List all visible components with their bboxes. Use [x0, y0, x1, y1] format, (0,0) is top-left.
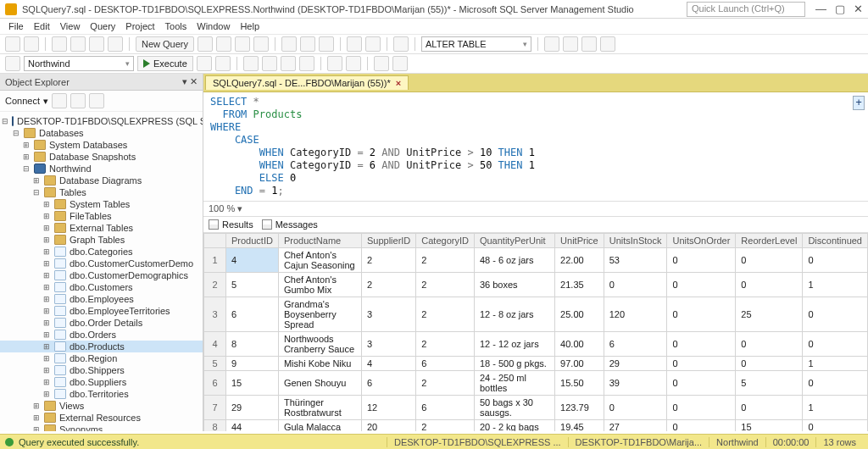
- table-row[interactable]: 59Mishi Kobe Niku4618 - 500 g pkgs.97.00…: [204, 357, 868, 371]
- parse-button[interactable]: [215, 56, 231, 71]
- folders-button[interactable]: [216, 36, 231, 52]
- stop-conn-icon[interactable]: [89, 93, 104, 108]
- restore-icon[interactable]: ▢: [835, 3, 845, 15]
- editor-tab[interactable]: SQLQuery7.sql - DE...FBDO\Marijan (55))*…: [205, 75, 409, 90]
- menu-help[interactable]: Help: [240, 21, 259, 31]
- pin-icon[interactable]: ▾: [182, 76, 187, 86]
- tree-tables[interactable]: ⊟Tables: [0, 186, 203, 198]
- tree-orddetails[interactable]: ⊞dbo.Order Details: [0, 317, 203, 329]
- tree-synonyms[interactable]: ⊞Synonyms: [0, 424, 203, 431]
- find-button[interactable]: [393, 36, 409, 52]
- sql-editor[interactable]: + SELECT * FROM Products WHERE CASE WHEN…: [203, 92, 868, 201]
- table-row[interactable]: 25Chef Anton's Gumbo Mix2236 boxes21.350…: [204, 273, 868, 297]
- menu-file[interactable]: File: [8, 21, 24, 31]
- table-row[interactable]: 615Genen Shouyu6224 - 250 ml bottles15.5…: [204, 371, 868, 396]
- col-header[interactable]: Discontinued: [803, 234, 868, 248]
- tree-snapshots[interactable]: ⊞Database Snapshots: [0, 151, 203, 163]
- tool-icon-1[interactable]: [544, 36, 559, 52]
- col-header[interactable]: SupplierID: [361, 234, 415, 248]
- tool-icon-3[interactable]: [581, 36, 597, 52]
- table-row[interactable]: 36Grandma's Boysenberry Spread3212 - 8 o…: [204, 297, 868, 332]
- result-file-button[interactable]: [299, 56, 314, 71]
- tree-orders[interactable]: ⊞dbo.Orders: [0, 329, 203, 341]
- tree-emterr[interactable]: ⊞dbo.EmployeeTerritories: [0, 305, 203, 317]
- outdent-button[interactable]: [392, 56, 408, 71]
- undo-button[interactable]: [347, 36, 362, 52]
- copy-button[interactable]: [300, 36, 315, 52]
- results-grid[interactable]: ProductIDProductNameSupplierIDCategoryID…: [203, 233, 868, 431]
- nav-fwd-button[interactable]: [24, 36, 39, 52]
- tree-employees[interactable]: ⊞dbo.Employees: [0, 293, 203, 305]
- tree-cdemo[interactable]: ⊞dbo.CustomerDemographics: [0, 269, 203, 281]
- col-header[interactable]: UnitPrice: [555, 234, 604, 248]
- messages-tab[interactable]: Messages: [262, 219, 318, 230]
- tree-filetables[interactable]: ⊞FileTables: [0, 210, 203, 222]
- tree-extres[interactable]: ⊞External Resources: [0, 412, 203, 424]
- tree-region[interactable]: ⊞dbo.Region: [0, 352, 203, 364]
- tree-products[interactable]: ⊞dbo.Products: [0, 341, 203, 352]
- tree-northwind[interactable]: ⊟Northwind: [0, 163, 203, 175]
- split-pane-icon[interactable]: +: [853, 96, 865, 110]
- table-row[interactable]: 729Thüringer Rostbratwurst12650 bags x 3…: [204, 396, 868, 420]
- sql-combo[interactable]: ALTER TABLE▾: [421, 36, 531, 52]
- db-btn-2[interactable]: [253, 36, 269, 52]
- tree-customers[interactable]: ⊞dbo.Customers: [0, 281, 203, 293]
- uncomment-button[interactable]: [346, 56, 361, 71]
- tree-shippers[interactable]: ⊞dbo.Shippers: [0, 364, 203, 376]
- col-header[interactable]: ReorderLevel: [736, 234, 803, 248]
- tree-suppliers[interactable]: ⊞dbo.Suppliers: [0, 376, 203, 388]
- col-header[interactable]: ProductID: [226, 234, 279, 248]
- tree-territories[interactable]: ⊞dbo.Territories: [0, 388, 203, 400]
- tree-databases[interactable]: ⊟Databases: [0, 127, 203, 139]
- execute-button[interactable]: Execute: [137, 56, 193, 71]
- database-combo[interactable]: Northwind▾: [24, 56, 134, 71]
- cut-button[interactable]: [281, 36, 297, 52]
- connect-button[interactable]: Connect: [5, 96, 40, 106]
- close-icon[interactable]: ✕: [854, 3, 863, 15]
- col-header[interactable]: UnitsOnOrder: [667, 234, 736, 248]
- comment-button[interactable]: [327, 56, 342, 71]
- close-tab-icon[interactable]: ×: [396, 78, 401, 88]
- table-row[interactable]: 844Gula Malacca20220 - 2 kg bags19.45270…: [204, 420, 868, 432]
- tree-diagrams[interactable]: ⊞Database Diagrams: [0, 175, 203, 186]
- minimize-icon[interactable]: —: [815, 3, 826, 15]
- redo-button[interactable]: [365, 36, 381, 52]
- tree-ccdemo[interactable]: ⊞dbo.CustomerCustomerDemo: [0, 258, 203, 269]
- object-tree[interactable]: ⊟DESKTOP-TD1FBDO\SQLEXPRESS (SQL Server …: [0, 112, 203, 431]
- tree-systables[interactable]: ⊞System Tables: [0, 198, 203, 210]
- tool-icon-2[interactable]: [563, 36, 578, 52]
- tree-exttables[interactable]: ⊞External Tables: [0, 222, 203, 234]
- stop-button[interactable]: [197, 56, 212, 71]
- filter-icon[interactable]: [70, 93, 86, 108]
- result-text-button[interactable]: [281, 56, 296, 71]
- plan-button[interactable]: [243, 56, 259, 71]
- tree-categories[interactable]: ⊞dbo.Categories: [0, 246, 203, 258]
- dropdown-icon[interactable]: ✕: [190, 76, 198, 86]
- tree-views[interactable]: ⊞Views: [0, 400, 203, 412]
- result-grid-button[interactable]: [262, 56, 277, 71]
- menu-view[interactable]: View: [60, 21, 81, 31]
- open-query-button[interactable]: [198, 36, 213, 52]
- new-file-button[interactable]: [52, 36, 67, 52]
- table-row[interactable]: 14Chef Anton's Cajun Seasoning2248 - 6 o…: [204, 248, 868, 273]
- indent-button[interactable]: [374, 56, 389, 71]
- tree-graphtables[interactable]: ⊞Graph Tables: [0, 234, 203, 246]
- results-tab[interactable]: Results: [209, 219, 253, 230]
- tool-icon-4[interactable]: [600, 36, 615, 52]
- menu-edit[interactable]: Edit: [34, 21, 50, 31]
- paste-button[interactable]: [319, 36, 334, 52]
- save-button[interactable]: [89, 36, 104, 52]
- tree-server[interactable]: ⊟DESKTOP-TD1FBDO\SQLEXPRESS (SQL Server …: [0, 115, 203, 127]
- db-btn-1[interactable]: [235, 36, 250, 52]
- col-header[interactable]: UnitsInStock: [604, 234, 667, 248]
- menu-tools[interactable]: Tools: [165, 21, 187, 31]
- col-header[interactable]: CategoryID: [416, 234, 475, 248]
- menu-window[interactable]: Window: [197, 21, 230, 31]
- col-header[interactable]: [204, 234, 226, 248]
- refresh-icon[interactable]: [52, 93, 67, 108]
- menu-project[interactable]: Project: [125, 21, 154, 31]
- open-file-button[interactable]: [70, 36, 86, 52]
- nav-back-button[interactable]: [5, 36, 20, 52]
- menu-query[interactable]: Query: [90, 21, 115, 31]
- tree-sysdb[interactable]: ⊞System Databases: [0, 139, 203, 151]
